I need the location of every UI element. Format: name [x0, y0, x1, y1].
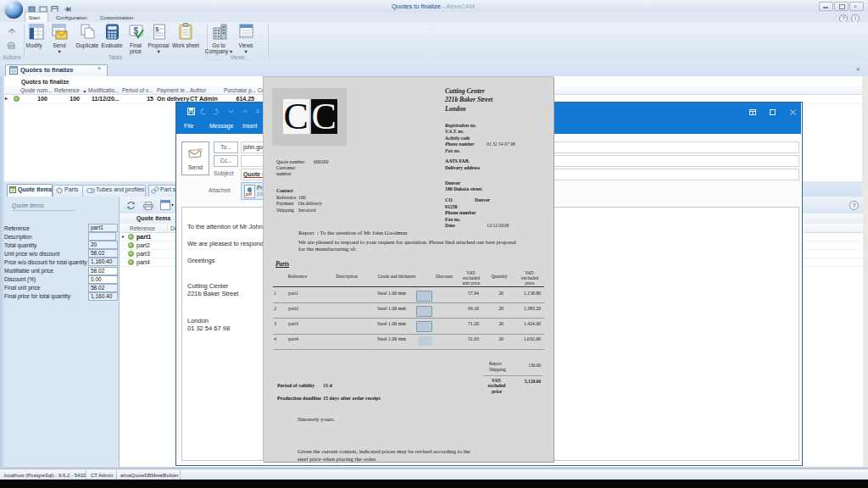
- svg-text:$: $: [155, 25, 159, 33]
